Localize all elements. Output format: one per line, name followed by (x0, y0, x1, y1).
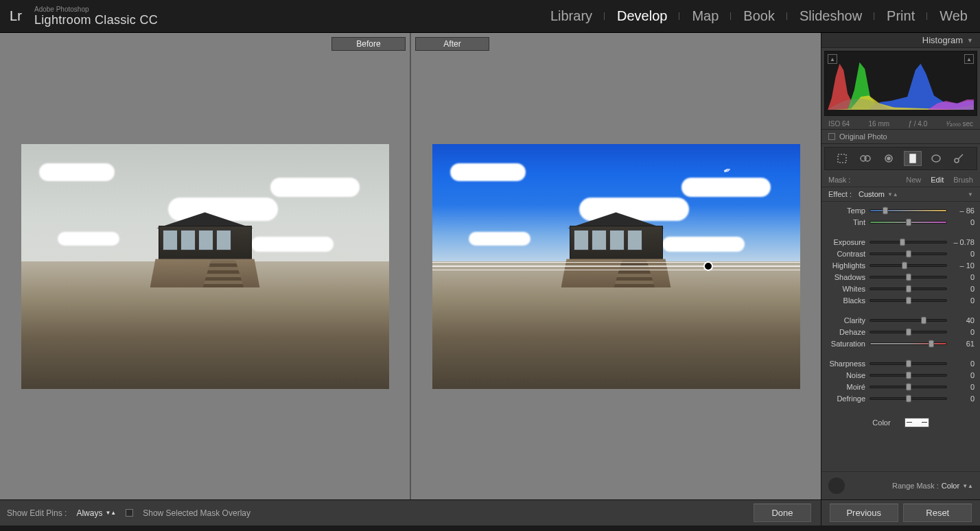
mask-tab-edit[interactable]: Edit (931, 176, 944, 184)
svg-point-2 (865, 156, 870, 161)
panel-toggle-icon[interactable]: ▼ (968, 191, 973, 198)
spot-tool[interactable] (857, 152, 874, 165)
slider-dehaze[interactable]: Dehaze0 (827, 326, 975, 338)
checkbox-icon[interactable] (828, 133, 835, 140)
exif-focal: 16 mm (869, 120, 890, 128)
brush-tool[interactable] (951, 152, 968, 165)
module-map[interactable]: Map (679, 8, 731, 24)
app-logo: Lr (0, 0, 32, 33)
edit-pins-select[interactable]: Always▼▲ (76, 508, 116, 518)
exif-readout: ISO 64 16 mm ƒ / 4.0 ¹⁄₂₀₀₀ sec (821, 119, 980, 129)
app-header: Lr Adobe Photoshop Lightroom Classic CC … (0, 0, 980, 33)
original-photo-toggle[interactable]: Original Photo (821, 129, 980, 144)
done-button[interactable]: Done (754, 504, 811, 522)
module-picker: Library Develop Map Book Slideshow Print… (538, 0, 980, 33)
after-view[interactable]: After ✒ (410, 33, 821, 499)
slider-defringe[interactable]: Defringe0 (827, 392, 975, 404)
histogram[interactable]: ▲ ▲ (824, 51, 977, 116)
slider-sharpness[interactable]: Sharpness0 (827, 357, 975, 369)
mask-thumbnail[interactable] (828, 477, 845, 494)
gradient-handle[interactable] (703, 261, 713, 271)
mask-tab-new[interactable]: New (906, 176, 921, 184)
overlay-label: Show Selected Mask Overlay (143, 508, 250, 518)
graduated-filter-tool[interactable] (905, 152, 921, 165)
svg-point-6 (932, 155, 940, 162)
slider-shadows[interactable]: Shadows0 (827, 271, 975, 283)
slider-temp[interactable]: Temp– 86 (827, 204, 975, 216)
effect-label: Effect : (828, 190, 852, 198)
color-swatch[interactable] (905, 418, 929, 427)
exif-shutter: ¹⁄₂₀₀₀ sec (946, 120, 973, 128)
svg-rect-5 (910, 154, 915, 163)
effect-select[interactable]: Custom▼▲ (859, 190, 898, 198)
original-photo-label: Original Photo (839, 132, 887, 141)
before-view[interactable]: Before (0, 33, 410, 499)
mask-label: Mask : (828, 176, 850, 184)
gradient-overlay[interactable] (432, 262, 800, 270)
slider-contrast[interactable]: Contrast0 (827, 248, 975, 259)
slider-blacks[interactable]: Blacks0 (827, 294, 975, 306)
previous-button[interactable]: Previous (830, 504, 898, 522)
exif-iso: ISO 64 (828, 120, 850, 128)
app-name: Adobe Photoshop Lightroom Classic CC (34, 5, 158, 27)
local-tools (824, 147, 977, 170)
histogram-header[interactable]: Histogram ▼ (821, 33, 980, 48)
app-title: Lightroom Classic CC (34, 13, 158, 27)
module-book[interactable]: Book (731, 8, 787, 24)
after-label: After (415, 37, 489, 51)
before-label: Before (331, 37, 406, 51)
crop-tool[interactable] (834, 152, 850, 165)
slider-clarity[interactable]: Clarity40 (827, 314, 975, 326)
right-panel: Histogram ▼ ▲ ▲ ISO 64 16 mm ƒ / 4.0 ¹⁄₂… (821, 33, 980, 499)
radial-filter-tool[interactable] (928, 152, 944, 165)
slider-noise[interactable]: Noise0 (827, 369, 975, 381)
slider-tint[interactable]: Tint0 (827, 216, 975, 228)
effect-row: Effect : Custom▼▲ ▼ (821, 187, 980, 202)
slider-panel: Temp– 86 Tint0 Exposure– 0.78 Contrast0 … (821, 202, 980, 471)
module-print[interactable]: Print (874, 8, 927, 24)
exif-aperture: ƒ / 4.0 (908, 120, 927, 128)
module-web[interactable]: Web (927, 8, 980, 24)
chevron-down-icon: ▼ (967, 37, 973, 44)
subject-cabin (150, 212, 260, 287)
module-develop[interactable]: Develop (605, 8, 679, 24)
before-photo (21, 144, 389, 389)
mask-row: Mask : New Edit Brush (821, 173, 980, 187)
slider-whites[interactable]: Whites0 (827, 283, 975, 294)
range-mask-select[interactable]: Range Mask : Color ▼▲ (892, 482, 973, 490)
reset-button[interactable]: Reset (903, 504, 972, 522)
module-slideshow[interactable]: Slideshow (787, 8, 874, 24)
module-library[interactable]: Library (538, 8, 605, 24)
edit-pins-label: Show Edit Pins : (7, 508, 67, 518)
bottom-bar: Show Edit Pins : Always▼▲ Show Selected … (0, 499, 980, 526)
overlay-checkbox[interactable] (126, 509, 133, 517)
subject-cabin (561, 212, 671, 287)
color-label: Color (872, 418, 890, 427)
svg-rect-0 (838, 154, 846, 163)
mask-tab-brush[interactable]: Brush (953, 176, 973, 184)
mask-preview-row: Range Mask : Color ▼▲ (821, 471, 980, 499)
slider-saturation[interactable]: Saturation61 (827, 338, 975, 349)
slider-moire[interactable]: Moiré0 (827, 381, 975, 392)
slider-exposure[interactable]: Exposure– 0.78 (827, 236, 975, 248)
canvas: Before After (0, 33, 821, 499)
redeye-tool[interactable] (880, 152, 897, 165)
workspace: Before After (0, 33, 980, 499)
after-photo: ✒ (432, 144, 800, 389)
color-row: Color (827, 412, 975, 433)
app-vendor: Adobe Photoshop (34, 5, 158, 13)
slider-highlights[interactable]: Highlights– 10 (827, 259, 975, 271)
histogram-title: Histogram (922, 35, 963, 45)
svg-point-4 (887, 157, 890, 160)
